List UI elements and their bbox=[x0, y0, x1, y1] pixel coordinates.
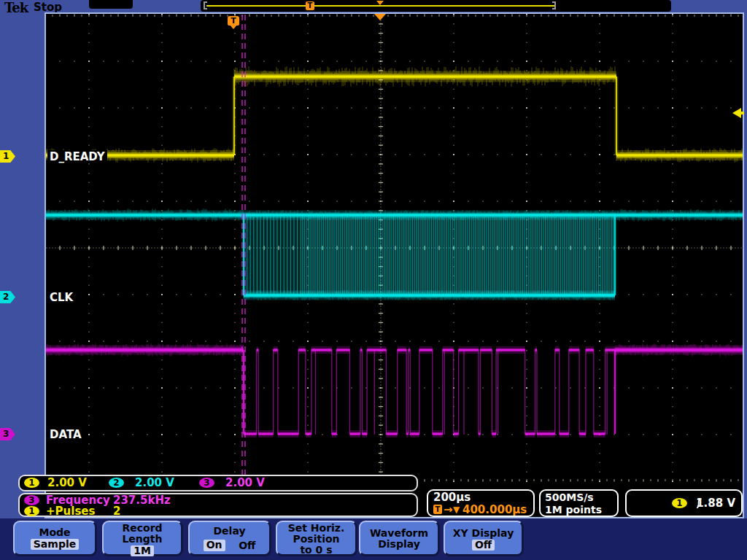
measurement1-value: 237.5kHz bbox=[113, 495, 171, 506]
set-horiz-line1: Set Horiz. bbox=[277, 523, 355, 534]
trigger-level: 1.88 V bbox=[696, 498, 735, 509]
channel3-scale: 2.00 V bbox=[225, 478, 265, 489]
channel2-scale: 2.00 V bbox=[135, 478, 174, 489]
menu-button-record-length[interactable]: Record Length 1M bbox=[102, 521, 183, 556]
channel1-position-marker[interactable]: 1 bbox=[0, 150, 15, 163]
record-length-value: 1M bbox=[131, 545, 154, 556]
view-bracket-right bbox=[552, 1, 556, 9]
record-preview-bar[interactable]: T bbox=[201, 0, 671, 12]
menu-button-set-horiz[interactable]: Set Horiz. Position to 0 s bbox=[276, 521, 357, 556]
mode-value: Sample bbox=[31, 539, 79, 550]
sample-rate: 500MS/s bbox=[545, 492, 594, 503]
acquisition-info-box bbox=[89, 0, 133, 9]
preview-trigger-icon: T bbox=[306, 1, 314, 10]
delay-title: Delay bbox=[190, 526, 269, 537]
channel3-position-marker[interactable]: 3 bbox=[0, 428, 15, 440]
signal-label-clk: CLK bbox=[47, 291, 75, 304]
measurement2-value: 2 bbox=[113, 506, 120, 517]
set-horiz-line2: Position bbox=[277, 534, 355, 545]
trigger-readout: 1 1.88 V bbox=[625, 489, 743, 517]
measurement2-source-badge: 1 bbox=[24, 506, 39, 516]
timebase-scale: 200µs bbox=[433, 492, 471, 503]
waveform-display-line2: Display bbox=[360, 539, 438, 550]
measurements-readout: 3 Frequency 237.5kHz 1 +Pulses 2 bbox=[18, 493, 418, 517]
expansion-point-icon bbox=[374, 14, 386, 20]
channel2-badge[interactable]: 2 bbox=[109, 478, 124, 488]
view-bracket-left bbox=[204, 1, 207, 9]
tek-logo: Tek bbox=[4, 0, 28, 15]
signal-label-data: DATA bbox=[47, 428, 84, 441]
delay-trigger-icon: T bbox=[433, 505, 442, 514]
channel-scales-readout: 1 2.00 V 2 2.00 V 3 2.00 V bbox=[18, 475, 418, 491]
timebase-readout: 200µs T → ▼ 400.000µs bbox=[427, 489, 535, 517]
xy-display-value: Off bbox=[472, 540, 495, 551]
oscilloscope-screen: Tek Stop T T 1 2 3 D_READY CLK DATA 1 2.… bbox=[0, 0, 747, 560]
trigger-level-arrow-tail bbox=[740, 112, 744, 114]
menu-button-waveform-display[interactable]: Waveform Display bbox=[359, 521, 440, 556]
measurement1-source-badge: 3 bbox=[24, 495, 39, 505]
waveform-display-area bbox=[44, 12, 744, 518]
record-preview-line bbox=[206, 5, 555, 7]
menu-button-xy-display[interactable]: XY Display Off bbox=[444, 521, 524, 556]
delay-arrow-icon: → bbox=[444, 505, 453, 516]
trigger-position-flag-tail bbox=[230, 25, 237, 29]
waveform-display-line1: Waveform bbox=[360, 528, 438, 539]
record-length: 1M points bbox=[545, 505, 602, 516]
set-horiz-line3: to 0 s bbox=[277, 545, 355, 556]
delay-marker-icon: ▼ bbox=[453, 505, 460, 515]
trigger-source-badge: 1 bbox=[672, 498, 687, 508]
acquisition-readout: 500MS/s 1M points bbox=[539, 489, 619, 517]
menu-button-mode[interactable]: Mode Sample bbox=[13, 521, 97, 556]
mode-title: Mode bbox=[15, 527, 95, 538]
delay-option-on[interactable]: On bbox=[204, 540, 225, 551]
signal-label-dready: D_READY bbox=[47, 150, 107, 163]
channel1-scale: 2.00 V bbox=[47, 478, 87, 489]
bottom-menu-bar: Mode Sample Record Length 1M Delay On Of… bbox=[0, 518, 747, 560]
xy-display-title: XY Display bbox=[445, 528, 522, 539]
channel1-badge[interactable]: 1 bbox=[24, 478, 39, 488]
menu-button-delay[interactable]: Delay On Off bbox=[188, 521, 271, 556]
measurement2-name: +Pulses bbox=[46, 506, 95, 517]
record-length-title2: Length bbox=[104, 534, 181, 545]
channel3-badge[interactable]: 3 bbox=[199, 478, 214, 488]
delay-value: 400.000µs bbox=[462, 505, 527, 516]
preview-expansion-icon bbox=[376, 1, 384, 5]
record-length-title1: Record bbox=[104, 523, 181, 534]
delay-option-off[interactable]: Off bbox=[239, 540, 255, 551]
channel2-position-marker[interactable]: 2 bbox=[0, 291, 15, 303]
